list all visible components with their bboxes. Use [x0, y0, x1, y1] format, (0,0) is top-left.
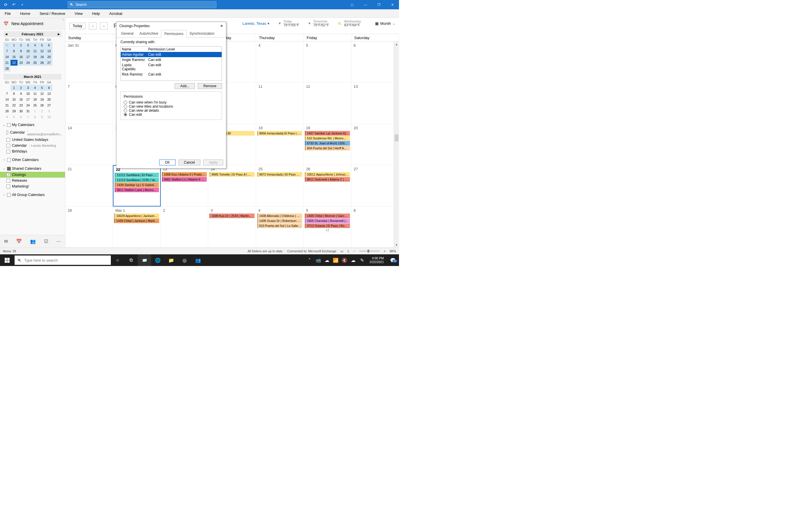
mini-cal-day[interactable]: 19	[38, 54, 45, 60]
calendar-cell[interactable]: 6	[352, 207, 399, 248]
calendar-cell[interactable]: 6	[352, 41, 399, 82]
mini-cal-day[interactable]: 8	[11, 48, 18, 54]
mini-cal-day[interactable]: 3	[45, 108, 53, 114]
tray-overflow-icon[interactable]: ˄	[306, 254, 313, 266]
mini-cal-day[interactable]: 4	[32, 85, 38, 91]
mini-cal-day[interactable]: 13	[45, 91, 53, 97]
more-events[interactable]: +2	[305, 228, 350, 232]
mini-cal-day[interactable]: 10	[24, 91, 32, 97]
dialog-close-button[interactable]: ✕	[220, 24, 223, 28]
mini-cal-day[interactable]	[32, 65, 38, 72]
mini-cal-day[interactable]: 13	[45, 48, 53, 54]
mini-cal-day[interactable]: 23	[18, 102, 24, 108]
mini-cal-day[interactable]: 7	[3, 91, 11, 97]
sync-icon[interactable]: ⟳	[3, 2, 9, 7]
mini-cal-day[interactable]: 11	[32, 91, 38, 97]
menu-send-receive[interactable]: Send / Receive	[35, 10, 70, 18]
cortana-icon[interactable]: ○	[111, 254, 124, 266]
calendar-event[interactable]: 5601 Stallion Ln | Adams II D | Gonzalez…	[162, 177, 207, 182]
mini-cal-day[interactable]: 10	[24, 48, 32, 54]
maximize-button[interactable]: ❐	[372, 0, 385, 10]
scroll-down-icon[interactable]: ▼	[394, 242, 399, 248]
calendar-cell[interactable]: 249985 Toinette | El Paso A | Ortiz | Ge…	[208, 165, 256, 206]
calendar-item[interactable]: Calendar- atalamas@armadilloho...	[0, 128, 65, 137]
mini-cal-day[interactable]: 8	[32, 114, 38, 120]
mini-cal-day[interactable]: 3	[24, 85, 32, 91]
mini-cal-day[interactable]: 22	[11, 60, 18, 65]
people-icon[interactable]: 👥	[30, 239, 36, 244]
mini-cal-day[interactable]: 2	[18, 42, 24, 48]
calendar-event[interactable]: 9985 Toinette | El Paso A | Ortiz | Geo …	[209, 172, 254, 177]
checkbox[interactable]	[6, 173, 10, 177]
explorer-icon[interactable]: 📁	[165, 254, 178, 266]
calendar-cell[interactable]: 191437 Sambar Lp| Jackson E|...510 Soubi…	[304, 124, 351, 165]
apply-button[interactable]: Apply	[203, 159, 223, 165]
taskbar-search[interactable]: 🔍︎ Type here to search	[15, 255, 111, 265]
mini-cal-day[interactable]: 6	[18, 114, 24, 120]
calendar-cell[interactable]: Jan 31	[65, 41, 113, 82]
mini-cal-day[interactable]: 16	[18, 54, 24, 60]
collapse-nav-icon[interactable]: ‹	[63, 18, 64, 21]
calendar-cell[interactable]: 21	[65, 165, 113, 206]
onedrive-icon[interactable]: ☁	[323, 254, 330, 266]
mini-cal-day[interactable]: 8	[11, 91, 18, 97]
mini-cal-day[interactable]	[24, 65, 32, 72]
prev-month-icon[interactable]: ◀	[5, 33, 7, 36]
today-button[interactable]: Today	[70, 23, 86, 29]
calendar-cell[interactable]: Mar 110029 Apparitions | Jackson | Jimen…	[113, 207, 160, 248]
checkbox[interactable]	[7, 123, 11, 127]
mini-cal-day[interactable]: 5	[38, 42, 45, 48]
ribbon-mode-icon[interactable]: ▢	[345, 0, 359, 10]
calendar-event[interactable]: 1409 Ocaso Dr | Robertson | Arredondo | …	[257, 218, 302, 223]
calendar-cell[interactable]: 231006 Kus | Adams II | Prado | Del Home…	[161, 165, 208, 206]
calendar-cell[interactable]: 31009 Kus Dr | 2534 | Martinez | Navie F…	[208, 207, 256, 248]
mini-cal-day[interactable]: 24	[24, 60, 32, 65]
calendar-cell[interactable]: 51405 Chital | Monroe | Garc...3305 Char…	[304, 207, 351, 248]
outlook-icon[interactable]: 📨	[138, 254, 151, 266]
mini-cal-day[interactable]: 20	[45, 97, 53, 102]
calendar-cell[interactable]: 4	[256, 41, 304, 82]
mini-cal-day[interactable]: 6	[45, 42, 53, 48]
mini-cal-day[interactable]: 14	[3, 97, 11, 102]
dialog-tab[interactable]: General	[118, 30, 136, 37]
mini-cal-day[interactable]	[45, 65, 53, 72]
calendar-cell[interactable]: 13	[352, 82, 399, 124]
mini-cal-day[interactable]: 17	[24, 97, 32, 102]
view-normal-icon[interactable]: ▭	[340, 249, 343, 253]
mini-cal-day[interactable]: 24	[24, 102, 32, 108]
calendar-event[interactable]: 1408 Alborada | Childress | Montemayor |…	[257, 213, 302, 218]
mini-cal-day[interactable]: 1	[32, 108, 38, 114]
calendar-item[interactable]: Marketing!	[0, 184, 65, 189]
mini-cal-day[interactable]: 5	[11, 114, 18, 120]
calendar-cell[interactable]: 28	[65, 207, 113, 248]
mini-cal-day[interactable]: 17	[24, 54, 32, 60]
calendar-event[interactable]: 9972 Inmaculada | El Paso A | Mendiola |…	[257, 172, 302, 177]
calendar-group-header[interactable]: ⌄Shared Calendars	[0, 165, 65, 172]
search-box[interactable]: 🔍︎ Search	[68, 1, 216, 8]
calendar-event[interactable]: 9956 Inmaculada| El Paso | Mata | Servic…	[257, 131, 302, 136]
network-icon[interactable]: 📶	[332, 254, 339, 266]
calendar-group-header[interactable]: ›Other Calendars	[0, 157, 65, 163]
mini-cal-day[interactable]: 25	[32, 102, 38, 108]
calendar-item[interactable]: Calendar- Laredo Marketing	[0, 142, 65, 149]
dialog-tab[interactable]: Permissions	[161, 30, 186, 38]
menu-home[interactable]: Home	[16, 10, 35, 18]
calendar-cell[interactable]: 27	[352, 165, 399, 206]
checkbox[interactable]	[7, 167, 11, 171]
chrome-icon[interactable]: ◎	[178, 254, 191, 266]
start-button[interactable]	[0, 258, 14, 263]
checkbox[interactable]	[6, 179, 10, 183]
permission-radio[interactable]: Can edit	[124, 113, 219, 117]
calendar-event[interactable]: 1439 Sambar Lp | S Galindo...	[115, 183, 159, 187]
permission-radio[interactable]: Can view when I'm busy	[124, 100, 219, 104]
calendar-item[interactable]: Birthdays	[0, 149, 65, 154]
calendar-event[interactable]: 5611 Stallion Lane | Monro...	[115, 188, 159, 192]
remove-button[interactable]: Remove	[198, 83, 222, 89]
calendar-icon[interactable]: 📅	[16, 239, 22, 244]
mini-cal-day[interactable]: 26	[38, 102, 45, 108]
checkbox[interactable]	[6, 150, 10, 153]
sharing-list[interactable]: NamePermission Level Adrian AguilarCan e…	[120, 46, 222, 81]
calendar-cell[interactable]: 189956 Inmaculada| El Paso | Mata | Serv…	[256, 124, 304, 165]
calendar-event[interactable]: 11211 Santillana | El Paso A...	[115, 173, 159, 177]
volume-muted-icon[interactable]: 🔇	[341, 254, 348, 266]
